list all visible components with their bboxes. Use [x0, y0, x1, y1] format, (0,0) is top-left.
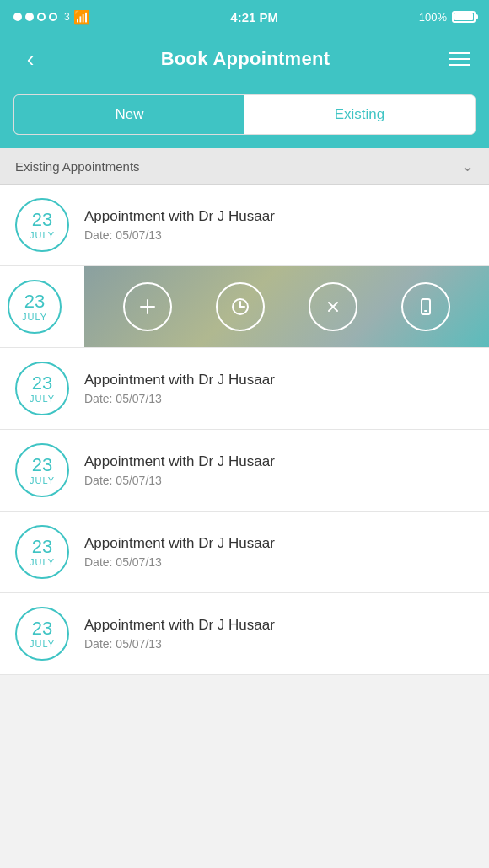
phone-icon	[413, 294, 438, 319]
appointment-date-3: Date: 05/07/13	[84, 392, 474, 405]
close-icon	[320, 294, 346, 319]
appointment-date-6: Date: 05/07/13	[84, 637, 474, 651]
appointment-item-6[interactable]: 23 JULY Appointment with Dr J Husaar Dat…	[0, 593, 489, 675]
appointment-info-3: Appointment with Dr J Husaar Date: 05/07…	[84, 372, 474, 405]
date-month-4: JULY	[30, 475, 55, 485]
appointment-title-4: Appointment with Dr J Husaar	[84, 453, 474, 470]
date-badge-1: 23 JULY	[15, 198, 69, 252]
tab-switcher: New Existing	[0, 84, 489, 148]
signal-number: 3	[64, 11, 70, 23]
menu-button[interactable]	[445, 49, 474, 69]
date-badge-6: 23 JULY	[15, 607, 69, 661]
appointment-info-4: Appointment with Dr J Husaar Date: 05/07…	[84, 453, 474, 487]
date-month-3: JULY	[30, 394, 55, 404]
back-button[interactable]: ‹	[15, 46, 46, 72]
battery-area: 100%	[419, 11, 476, 24]
chevron-down-icon: ⌄	[461, 157, 474, 175]
swipe-row: 23 JULY	[0, 266, 489, 347]
date-badge-4: 23 JULY	[15, 443, 69, 497]
section-header[interactable]: Existing Appointments ⌄	[0, 148, 489, 185]
date-day-6: 23	[32, 619, 52, 639]
date-day-1: 23	[32, 210, 52, 230]
svg-rect-7	[422, 299, 430, 314]
date-badge-5: 23 JULY	[15, 525, 69, 579]
signal-area: 3 📶	[13, 9, 90, 25]
date-day-3: 23	[32, 373, 52, 394]
appointment-info-1: Appointment with Dr J Husaar Date: 05/07…	[84, 208, 474, 242]
tab-container: New Existing	[13, 94, 476, 135]
date-badge-2: 23 JULY	[8, 280, 62, 334]
appointment-item-5[interactable]: 23 JULY Appointment with Dr J Husaar Dat…	[0, 512, 489, 593]
appointment-info-5: Appointment with Dr J Husaar Date: 05/07…	[84, 535, 474, 569]
signal-dot-1	[13, 13, 22, 21]
appointment-date-4: Date: 05/07/13	[84, 474, 474, 487]
appointment-date-1: Date: 05/07/13	[84, 228, 474, 242]
contact-action-button[interactable]	[401, 282, 450, 331]
signal-dot-2	[25, 13, 34, 21]
appointment-item-4[interactable]: 23 JULY Appointment with Dr J Husaar Dat…	[0, 430, 489, 512]
appointment-title-3: Appointment with Dr J Husaar	[84, 372, 474, 388]
signal-dot-4	[49, 13, 57, 21]
appointment-title-1: Appointment with Dr J Husaar	[84, 208, 474, 225]
date-day-5: 23	[32, 537, 52, 557]
swipe-date-area: 23 JULY	[0, 266, 84, 347]
appointment-title-6: Appointment with Dr J Husaar	[84, 617, 474, 634]
date-month-5: JULY	[30, 557, 55, 567]
appointment-item-2[interactable]: 23 JULY	[0, 266, 489, 348]
signal-dot-3	[37, 13, 46, 21]
date-month-6: JULY	[30, 639, 55, 649]
appointment-item-1[interactable]: 23 JULY Appointment with Dr J Husaar Dat…	[0, 185, 489, 266]
wifi-icon: 📶	[73, 9, 90, 25]
section-title: Existing Appointments	[15, 159, 140, 174]
date-badge-3: 23 JULY	[15, 362, 69, 415]
schedule-action-button[interactable]	[216, 282, 265, 331]
menu-line-1	[449, 52, 470, 54]
menu-line-3	[449, 64, 470, 66]
page-title: Book Appointment	[161, 48, 330, 70]
status-time: 4:21 PM	[230, 10, 278, 24]
add-action-button[interactable]	[123, 282, 172, 331]
appointment-item-3[interactable]: 23 JULY Appointment with Dr J Husaar Dat…	[0, 348, 489, 430]
add-icon	[135, 294, 160, 319]
battery-percent: 100%	[419, 11, 447, 24]
cancel-action-button[interactable]	[309, 282, 357, 331]
status-bar: 3 📶 4:21 PM 100%	[0, 0, 489, 34]
date-day-4: 23	[32, 455, 52, 475]
appointment-info-6: Appointment with Dr J Husaar Date: 05/07…	[84, 617, 474, 651]
tab-new[interactable]: New	[14, 95, 244, 134]
appointment-date-5: Date: 05/07/13	[84, 555, 474, 569]
menu-line-2	[449, 58, 470, 60]
date-month-1: JULY	[30, 230, 55, 240]
appointment-title-5: Appointment with Dr J Husaar	[84, 535, 474, 552]
battery-icon	[452, 11, 476, 23]
tab-existing[interactable]: Existing	[244, 95, 475, 134]
clock-icon	[228, 294, 253, 319]
date-month-2: JULY	[22, 312, 47, 322]
appointments-list: 23 JULY Appointment with Dr J Husaar Dat…	[0, 185, 489, 675]
date-day-2: 23	[24, 292, 45, 312]
nav-bar: ‹ Book Appointment	[0, 34, 489, 84]
swipe-actions	[84, 266, 489, 347]
battery-fill	[454, 13, 473, 20]
